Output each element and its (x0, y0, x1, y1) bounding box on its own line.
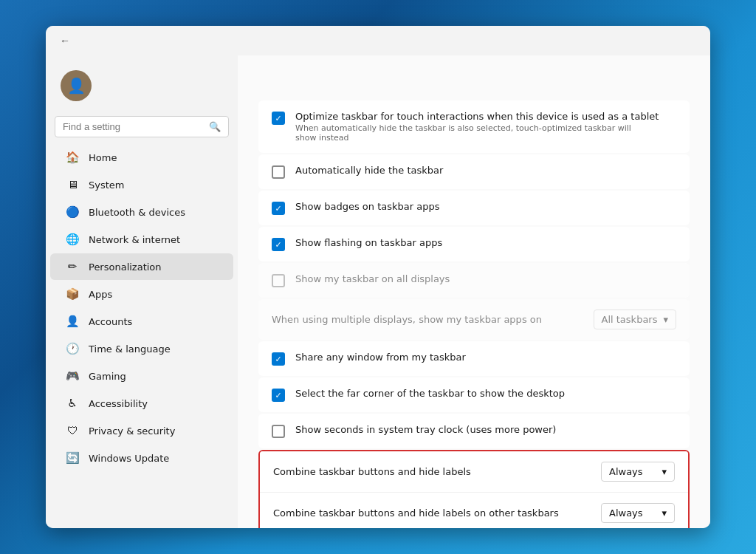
setting-text-show-badges: Show badges on taskbar apps (295, 201, 439, 212)
sidebar-item-home[interactable]: 🏠 Home (50, 144, 233, 171)
sidebar-item-bluetooth[interactable]: 🔵 Bluetooth & devices (50, 199, 233, 225)
checkbox-show-seconds[interactable] (272, 425, 285, 438)
setting-text-show-flashing: Show flashing on taskbar apps (295, 237, 442, 248)
sidebar-item-label-system: System (89, 179, 124, 191)
sidebar-item-label-home: Home (89, 152, 117, 163)
setting-row-show-flashing[interactable]: Show flashing on taskbar apps (258, 227, 690, 261)
setting-left-show-all-displays: Show my taskbar on all displays (272, 273, 676, 287)
sidebar-item-label-bluetooth: Bluetooth & devices (89, 207, 185, 218)
setting-row-show-apps-on[interactable]: When using multiple displays, show my ta… (258, 299, 690, 340)
settings-list: Optimize taskbar for touch interactions … (258, 100, 690, 448)
dropdown-combine-buttons-other[interactable]: Always ▾ (601, 503, 675, 523)
setting-text-far-corner: Select the far corner of the taskbar to … (295, 388, 565, 399)
sidebar-item-label-apps: Apps (89, 289, 112, 300)
checkbox-show-all-displays[interactable] (272, 274, 285, 287)
setting-label-show-all-displays: Show my taskbar on all displays (295, 273, 450, 284)
avatar: 👤 (61, 70, 92, 101)
sidebar-item-accessibility[interactable]: ♿ Accessibility (50, 390, 233, 417)
setting-text-combine-buttons-other: Combine taskbar buttons and hide labels … (273, 507, 559, 519)
time-icon: 🕐 (65, 341, 80, 356)
sidebar-item-accounts[interactable]: 👤 Accounts (50, 308, 233, 335)
main-content: Optimize taskbar for touch interactions … (238, 55, 710, 528)
checkbox-auto-hide[interactable] (272, 165, 285, 179)
sidebar-item-system[interactable]: 🖥 System (50, 171, 233, 198)
personalization-icon: ✏️ (65, 259, 80, 274)
checkbox-far-corner[interactable] (272, 389, 285, 402)
setting-label-show-apps-on: When using multiple displays, show my ta… (272, 314, 542, 325)
chevron-down-icon: ▾ (663, 314, 668, 325)
dropdown-value-combine-buttons-other: Always (609, 507, 643, 519)
sidebar: 👤 🔍 🏠 Home 🖥 System 🔵 Bluetooth & device… (46, 55, 238, 528)
nav-list: 🏠 Home 🖥 System 🔵 Bluetooth & devices 🌐 … (46, 143, 238, 472)
setting-left-show-apps-on: When using multiple displays, show my ta… (272, 314, 594, 325)
search-box[interactable]: 🔍 (55, 116, 229, 137)
setting-label-combine-buttons-other: Combine taskbar buttons and hide labels … (273, 507, 559, 519)
checkbox-show-flashing[interactable] (272, 238, 285, 251)
sidebar-item-label-time: Time & language (89, 343, 171, 355)
setting-label-show-seconds: Show seconds in system tray clock (uses … (295, 424, 556, 435)
user-profile: 👤 (46, 61, 238, 110)
back-button[interactable]: ← (55, 30, 75, 51)
setting-label-share-window: Share any window from my taskbar (295, 352, 466, 363)
sidebar-item-gaming[interactable]: 🎮 Gaming (50, 363, 233, 389)
accessibility-icon: ♿ (65, 396, 80, 411)
update-icon: 🔄 (65, 451, 80, 465)
dropdown-value-combine-buttons: Always (609, 466, 643, 477)
sidebar-item-label-network: Network & internet (89, 234, 180, 245)
sidebar-item-apps[interactable]: 📦 Apps (50, 281, 233, 307)
setting-text-combine-buttons: Combine taskbar buttons and hide labels (273, 466, 471, 477)
dropdown-value-show-apps-on: All taskbars (602, 314, 658, 325)
bluetooth-icon: 🔵 (65, 205, 80, 219)
setting-left-show-badges: Show badges on taskbar apps (272, 201, 676, 215)
apps-icon: 📦 (65, 287, 80, 301)
setting-label-auto-hide: Automatically hide the taskbar (295, 165, 443, 176)
sidebar-item-network[interactable]: 🌐 Network & internet (50, 226, 233, 253)
sidebar-item-update[interactable]: 🔄 Windows Update (50, 445, 233, 471)
setting-text-touch-optimize: Optimize taskbar for touch interactions … (295, 111, 659, 143)
privacy-icon: 🛡 (65, 423, 80, 438)
chevron-down-icon: ▾ (662, 466, 667, 477)
sidebar-item-label-accounts: Accounts (89, 316, 132, 327)
minimize-button[interactable] (599, 29, 633, 52)
dropdown-show-apps-on[interactable]: All taskbars ▾ (594, 310, 676, 329)
setting-text-show-seconds: Show seconds in system tray clock (uses … (295, 424, 556, 435)
setting-left-far-corner: Select the far corner of the taskbar to … (272, 388, 676, 402)
setting-row-show-seconds[interactable]: Show seconds in system tray clock (uses … (258, 414, 690, 448)
sidebar-item-time[interactable]: 🕐 Time & language (50, 335, 233, 362)
setting-label-touch-optimize: Optimize taskbar for touch interactions … (295, 111, 659, 122)
setting-row-combine-buttons-other[interactable]: Combine taskbar buttons and hide labels … (260, 493, 688, 528)
maximize-button[interactable] (633, 29, 667, 52)
sidebar-item-privacy[interactable]: 🛡 Privacy & security (50, 417, 233, 444)
setting-desc-touch-optimize: When automatically hide the taskbar is a… (295, 123, 650, 143)
setting-left-combine-buttons-other: Combine taskbar buttons and hide labels … (273, 507, 601, 519)
setting-left-combine-buttons: Combine taskbar buttons and hide labels (273, 466, 601, 477)
setting-row-auto-hide[interactable]: Automatically hide the taskbar (258, 154, 690, 189)
setting-row-combine-buttons[interactable]: Combine taskbar buttons and hide labels … (260, 451, 688, 493)
close-button[interactable] (667, 29, 701, 52)
sidebar-item-label-accessibility: Accessibility (89, 398, 148, 409)
setting-row-share-window[interactable]: Share any window from my taskbar (258, 341, 690, 376)
setting-text-show-all-displays: Show my taskbar on all displays (295, 273, 450, 284)
window-controls (599, 29, 701, 52)
checkbox-share-window[interactable] (272, 352, 285, 366)
setting-text-show-apps-on: When using multiple displays, show my ta… (272, 314, 542, 325)
dropdown-combine-buttons[interactable]: Always ▾ (601, 462, 675, 482)
checkbox-show-badges[interactable] (272, 202, 285, 215)
setting-left-show-seconds: Show seconds in system tray clock (uses … (272, 424, 676, 438)
sidebar-item-personalization[interactable]: ✏️ Personalization (50, 253, 233, 280)
setting-left-share-window: Share any window from my taskbar (272, 352, 676, 366)
search-icon: 🔍 (209, 121, 221, 132)
search-input[interactable] (63, 121, 209, 132)
setting-row-touch-optimize[interactable]: Optimize taskbar for touch interactions … (258, 100, 690, 153)
setting-row-far-corner[interactable]: Select the far corner of the taskbar to … (258, 377, 690, 412)
sidebar-item-label-privacy: Privacy & security (89, 425, 175, 437)
settings-window: ← 👤 🔍 🏠 Home 🖥 System 🔵 Bluetooth & devi… (46, 26, 710, 528)
checkbox-touch-optimize[interactable] (272, 112, 285, 125)
setting-row-show-badges[interactable]: Show badges on taskbar apps (258, 191, 690, 225)
setting-label-show-badges: Show badges on taskbar apps (295, 201, 439, 212)
chevron-down-icon: ▾ (662, 507, 667, 519)
sidebar-item-label-personalization: Personalization (89, 261, 162, 273)
content-area: 👤 🔍 🏠 Home 🖥 System 🔵 Bluetooth & device… (46, 55, 710, 528)
system-icon: 🖥 (65, 177, 80, 192)
setting-row-show-all-displays[interactable]: Show my taskbar on all displays (258, 263, 690, 298)
